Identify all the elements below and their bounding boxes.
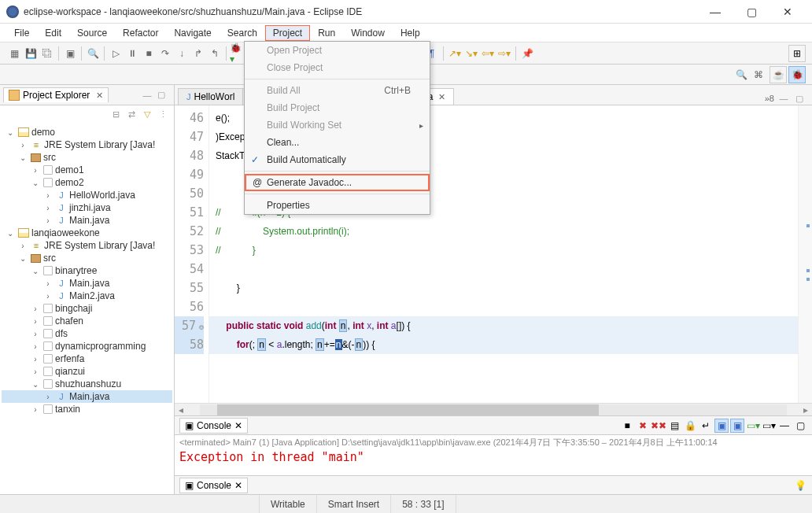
quick-access-icon[interactable]: 🔍 [733, 67, 749, 83]
max-icon[interactable]: ▢ [793, 419, 807, 433]
tree-item[interactable]: ›≡JRE System Library [Java! [2, 138, 172, 151]
tree-item[interactable]: ⌄demo2 [2, 176, 172, 189]
menu-edit[interactable]: Edit [37, 25, 69, 41]
menu-file[interactable]: File [6, 25, 37, 41]
close-icon[interactable]: ✕ [234, 420, 242, 431]
step-over-icon[interactable]: ↱ [190, 46, 206, 61]
minimize-icon[interactable]: — [777, 92, 790, 105]
tree-item[interactable]: ›bingchaji [2, 302, 172, 315]
tree-item[interactable]: ›erfenfa [2, 352, 172, 365]
menu-help[interactable]: Help [393, 25, 428, 41]
close-icon[interactable]: ✕ [96, 90, 103, 101]
stop-icon[interactable]: ■ [141, 46, 157, 61]
show-on-output-icon[interactable]: ▣ [714, 419, 729, 433]
code-line[interactable] [209, 297, 798, 316]
menu-search[interactable]: Search [220, 25, 265, 41]
save-all-icon[interactable]: ⿻ [39, 46, 55, 61]
pin2-icon[interactable]: 📌 [519, 46, 535, 61]
code-line[interactable]: // } [209, 241, 798, 260]
tree-item[interactable]: ›dfs [2, 327, 172, 340]
tree-item[interactable]: ⌄src [2, 252, 172, 264]
debug-perspective-button[interactable]: 🐞 [788, 66, 806, 83]
tree-item[interactable]: ›JHelloWorld.java [2, 189, 172, 201]
tree-item[interactable]: ›JMain.java [2, 277, 172, 290]
code-line[interactable]: // System.out.println(i); [209, 222, 798, 241]
remove-icon[interactable]: ✖ [636, 419, 650, 433]
tree-item[interactable]: ⌄lanqiaoweekone [2, 227, 172, 239]
collapse-all-icon[interactable]: ⊟ [109, 108, 122, 120]
code-line[interactable]: } [209, 279, 798, 297]
menu-run[interactable]: Run [310, 25, 343, 41]
step-return-icon[interactable]: ↰ [207, 46, 223, 61]
clear-icon[interactable]: ▤ [667, 419, 681, 433]
tree-item[interactable]: ›JMain.java [2, 214, 172, 227]
tree-item[interactable]: ›tanxin [2, 403, 172, 415]
tree-item[interactable]: ⌄binarytree [2, 264, 172, 277]
code-line[interactable] [209, 260, 798, 279]
word-wrap-icon[interactable]: ↵ [699, 419, 713, 433]
tree-item[interactable]: ⌄demo [2, 126, 172, 138]
tree-item[interactable]: ›qianzui [2, 365, 172, 378]
tree-item[interactable]: ⌄shuzhuanshuzu [2, 378, 172, 390]
menu-item-generate-javadoc-[interactable]: @Generate Javadoc... [245, 174, 430, 191]
editor-tab[interactable]: JHelloWorl [178, 88, 243, 105]
display-icon[interactable]: ▭▾ [762, 419, 776, 433]
new-icon[interactable]: ▦ [6, 46, 22, 61]
menu-item-clean-[interactable]: Clean... [245, 134, 430, 151]
tree-item[interactable]: ›dynamicprogramming [2, 340, 172, 352]
step-into-icon[interactable]: ↓ [174, 46, 190, 61]
search-icon[interactable]: 🔍 [85, 46, 101, 61]
maximize-button[interactable]: ▢ [733, 0, 770, 24]
back-icon[interactable]: ⇦▾ [480, 46, 496, 61]
forward-icon[interactable]: ⇨▾ [496, 46, 512, 61]
console2-tab[interactable]: ▣ Console ✕ [179, 478, 248, 493]
menu-window[interactable]: Window [343, 25, 393, 41]
terminate-icon[interactable]: ■ [620, 419, 634, 433]
tab-overflow[interactable]: »8 [765, 94, 774, 103]
code-line[interactable]: public static void add(int n, int x, int… [209, 316, 798, 335]
close-icon[interactable]: ✕ [234, 480, 242, 491]
code-line[interactable]: for(; n < a.length; n+=n&(-n)) { [209, 335, 798, 354]
scroll-lock-icon[interactable]: 🔒 [683, 419, 697, 433]
close-button[interactable]: ✕ [770, 0, 806, 24]
open-perspective-button[interactable]: ⊞ [788, 45, 806, 62]
tree-item[interactable]: ›JMain2.java [2, 290, 172, 302]
minimize-button[interactable]: — [697, 0, 733, 24]
minimize-view-icon[interactable]: — [141, 89, 153, 101]
menu-navigate[interactable]: Navigate [166, 25, 219, 41]
java-perspective-button[interactable]: ☕ [770, 66, 787, 83]
maximize-icon[interactable]: ▢ [793, 92, 806, 105]
view-menu-icon[interactable]: ⋮ [157, 108, 169, 120]
menu-item-properties[interactable]: Properties [245, 197, 430, 214]
skip-icon[interactable]: ▷ [108, 46, 124, 61]
toggle-icon[interactable]: ▣ [62, 46, 78, 61]
tree-item[interactable]: ›chafen [2, 315, 172, 327]
tree-item[interactable]: ⌄src [2, 151, 172, 164]
show-on-err-icon[interactable]: ▣ [730, 419, 744, 433]
debug-icon[interactable]: 🐞▾ [230, 46, 245, 61]
close-icon[interactable]: ✕ [438, 92, 445, 102]
editor-hscrollbar[interactable] [200, 404, 787, 415]
nav2-icon[interactable]: ↘▾ [463, 46, 479, 61]
save-icon[interactable]: 💾 [23, 46, 39, 61]
tree-item[interactable]: ›demo1 [2, 164, 172, 176]
menu-project[interactable]: Project [265, 25, 310, 41]
tree-item[interactable]: ›JMain.java [2, 390, 172, 403]
open-console-icon[interactable]: ▭▾ [746, 419, 760, 433]
menu-refactor[interactable]: Refactor [115, 25, 166, 41]
menu-source[interactable]: Source [69, 25, 115, 41]
nav1-icon[interactable]: ↗▾ [447, 46, 463, 61]
bulb-icon[interactable]: 💡 [793, 478, 807, 493]
min-icon[interactable]: — [777, 419, 792, 433]
project-explorer-tab[interactable]: Project Explorer ✕ [3, 87, 109, 102]
maximize-view-icon[interactable]: ▢ [155, 89, 168, 101]
menu-item-build-automatically[interactable]: Build Automatically [245, 151, 430, 168]
console-tab[interactable]: ▣ Console ✕ [179, 418, 248, 434]
step-icon[interactable]: ↷ [157, 46, 173, 61]
tree-item[interactable]: ›≡JRE System Library [Java! [2, 239, 172, 252]
pause-icon[interactable]: ⏸ [124, 46, 140, 61]
link-editor-icon[interactable]: ⇄ [125, 108, 138, 120]
filter-icon[interactable]: ▽ [141, 108, 153, 120]
tree-item[interactable]: ›Jjinzhi.java [2, 201, 172, 214]
cmd-icon[interactable]: ⌘ [751, 67, 766, 83]
